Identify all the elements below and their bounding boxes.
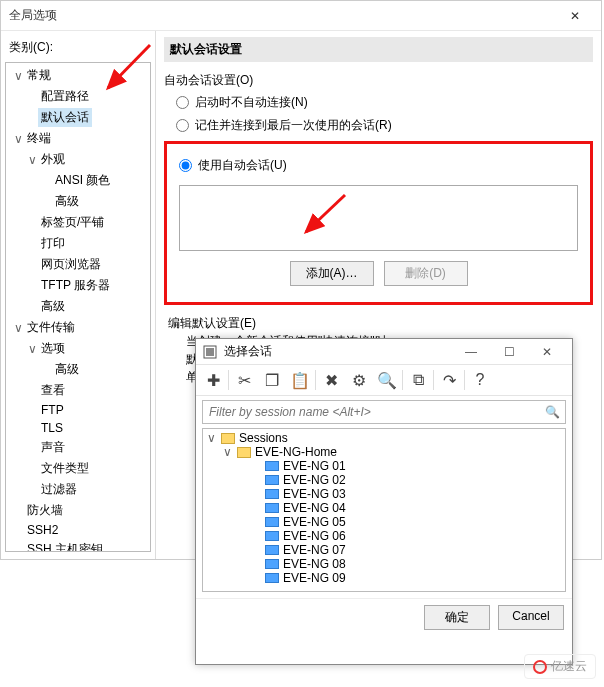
tree-item[interactable]: 网页浏览器 — [6, 254, 150, 275]
tree-item-label: 高级 — [38, 297, 68, 316]
tree-item[interactable]: 声音 — [6, 437, 150, 458]
session-label: EVE-NG 08 — [283, 557, 346, 571]
find-icon[interactable]: 🔍 — [374, 367, 400, 393]
tree-item[interactable]: ∨外观 — [6, 149, 150, 170]
tree-item-label: TFTP 服务器 — [38, 276, 113, 295]
tree-item[interactable]: ∨终端 — [6, 128, 150, 149]
auto-session-list[interactable] — [179, 185, 578, 251]
session-tree-row[interactable]: EVE-NG 07 — [203, 543, 565, 557]
minimize-icon[interactable]: — — [452, 345, 490, 359]
tree-item[interactable]: 查看 — [6, 380, 150, 401]
expand-icon[interactable]: ∨ — [26, 153, 38, 167]
close-icon[interactable]: ✕ — [528, 345, 566, 359]
tree-item[interactable]: 防火墙 — [6, 500, 150, 521]
paste-icon[interactable]: 📋 — [287, 367, 313, 393]
tree-item[interactable]: SSH2 — [6, 521, 150, 539]
tree-item[interactable]: ∨文件传输 — [6, 317, 150, 338]
category-tree[interactable]: ∨常规配置路径默认会话∨终端∨外观ANSI 颜色高级标签页/平铺打印网页浏览器T… — [5, 62, 151, 552]
tree-item[interactable]: 高级 — [6, 296, 150, 317]
folder-icon — [221, 433, 235, 444]
session-tree[interactable]: ∨Sessions∨EVE-NG-HomeEVE-NG 01EVE-NG 02E… — [202, 428, 566, 592]
tree-item-label: 打印 — [38, 234, 68, 253]
edit-defaults-label: 编辑默认设置(E) — [168, 315, 593, 332]
expand-icon[interactable]: ∨ — [26, 342, 38, 356]
session-tree-row[interactable]: EVE-NG 08 — [203, 557, 565, 571]
delete-icon[interactable]: ✖ — [318, 367, 344, 393]
settings-icon[interactable]: ⚙ — [346, 367, 372, 393]
session-label: EVE-NG 01 — [283, 459, 346, 473]
tree-item[interactable]: ∨常规 — [6, 65, 150, 86]
tree-item[interactable]: 配置路径 — [6, 86, 150, 107]
tree-item-label: 选项 — [38, 339, 68, 358]
session-icon — [265, 531, 279, 541]
tree-item-label: ANSI 颜色 — [52, 171, 113, 190]
session-label: EVE-NG-Home — [255, 445, 337, 459]
tree-item[interactable]: TLS — [6, 419, 150, 437]
tree-item[interactable]: 高级 — [6, 191, 150, 212]
expand-icon[interactable]: ∨ — [12, 132, 24, 146]
tree-item-label: 常规 — [24, 66, 54, 85]
tree-item[interactable]: SSH 主机密钥 — [6, 539, 150, 552]
radio-no-auto-connect[interactable]: 启动时不自动连接(N) — [164, 91, 593, 114]
tree-item-label: SSH2 — [24, 522, 61, 538]
expand-icon[interactable]: ∨ — [205, 431, 217, 445]
titlebar: 全局选项 ✕ — [1, 1, 601, 31]
export-icon[interactable]: ↷ — [436, 367, 462, 393]
session-tree-row[interactable]: EVE-NG 05 — [203, 515, 565, 529]
dialog-title: 选择会话 — [224, 343, 272, 360]
radio-remember-last[interactable]: 记住并连接到最后一次使用的会话(R) — [164, 114, 593, 137]
close-icon[interactable]: ✕ — [557, 9, 593, 23]
new-folder-icon[interactable]: ⧉ — [405, 367, 431, 393]
session-tree-row[interactable]: EVE-NG 03 — [203, 487, 565, 501]
tree-item[interactable]: 过滤器 — [6, 479, 150, 500]
tree-item[interactable]: 默认会话 — [6, 107, 150, 128]
expand-icon[interactable]: ∨ — [221, 445, 233, 459]
ok-button[interactable]: 确定 — [424, 605, 490, 630]
session-tree-row[interactable]: ∨Sessions — [203, 431, 565, 445]
tree-item-label: 过滤器 — [38, 480, 80, 499]
tree-item[interactable]: 打印 — [6, 233, 150, 254]
category-label: 类别(C): — [1, 35, 155, 62]
radio-input[interactable] — [176, 96, 189, 109]
filter-input[interactable] — [203, 401, 539, 423]
separator — [228, 370, 229, 390]
session-icon — [265, 559, 279, 569]
cut-icon[interactable]: ✂ — [231, 367, 257, 393]
select-session-dialog: 选择会话 — ☐ ✕ ✚ ✂ ❐ 📋 ✖ ⚙ 🔍 ⧉ ↷ ? 🔍 ∨Sessio… — [195, 338, 573, 665]
session-tree-row[interactable]: EVE-NG 09 — [203, 571, 565, 585]
tree-item[interactable]: ANSI 颜色 — [6, 170, 150, 191]
filter-box[interactable]: 🔍 — [202, 400, 566, 424]
maximize-icon[interactable]: ☐ — [490, 345, 528, 359]
help-icon[interactable]: ? — [467, 367, 493, 393]
session-tree-row[interactable]: ∨EVE-NG-Home — [203, 445, 565, 459]
tree-item-label: 文件传输 — [24, 318, 78, 337]
radio-input[interactable] — [179, 159, 192, 172]
session-tree-row[interactable]: EVE-NG 02 — [203, 473, 565, 487]
tree-item[interactable]: 高级 — [6, 359, 150, 380]
expand-icon[interactable]: ∨ — [12, 321, 24, 335]
add-button[interactable]: 添加(A)… — [290, 261, 374, 286]
session-tree-row[interactable]: EVE-NG 06 — [203, 529, 565, 543]
tree-item-label: 文件类型 — [38, 459, 92, 478]
highlight-box: 使用自动会话(U) 添加(A)… 删除(D) — [164, 141, 593, 305]
radio-input[interactable] — [176, 119, 189, 132]
session-tree-row[interactable]: EVE-NG 04 — [203, 501, 565, 515]
cancel-button[interactable]: Cancel — [498, 605, 564, 630]
tree-item-label: 声音 — [38, 438, 68, 457]
tree-item[interactable]: 标签页/平铺 — [6, 212, 150, 233]
separator — [402, 370, 403, 390]
add-icon[interactable]: ✚ — [200, 367, 226, 393]
search-icon[interactable]: 🔍 — [539, 405, 565, 419]
tree-item[interactable]: TFTP 服务器 — [6, 275, 150, 296]
tree-item-label: FTP — [38, 402, 67, 418]
expand-icon[interactable]: ∨ — [12, 69, 24, 83]
session-tree-row[interactable]: EVE-NG 01 — [203, 459, 565, 473]
radio-label: 使用自动会话(U) — [198, 157, 287, 174]
radio-use-auto-session[interactable]: 使用自动会话(U) — [179, 154, 578, 177]
copy-icon[interactable]: ❐ — [259, 367, 285, 393]
tree-item[interactable]: ∨选项 — [6, 338, 150, 359]
radio-label: 启动时不自动连接(N) — [195, 94, 308, 111]
tree-item[interactable]: FTP — [6, 401, 150, 419]
session-label: EVE-NG 03 — [283, 487, 346, 501]
tree-item[interactable]: 文件类型 — [6, 458, 150, 479]
